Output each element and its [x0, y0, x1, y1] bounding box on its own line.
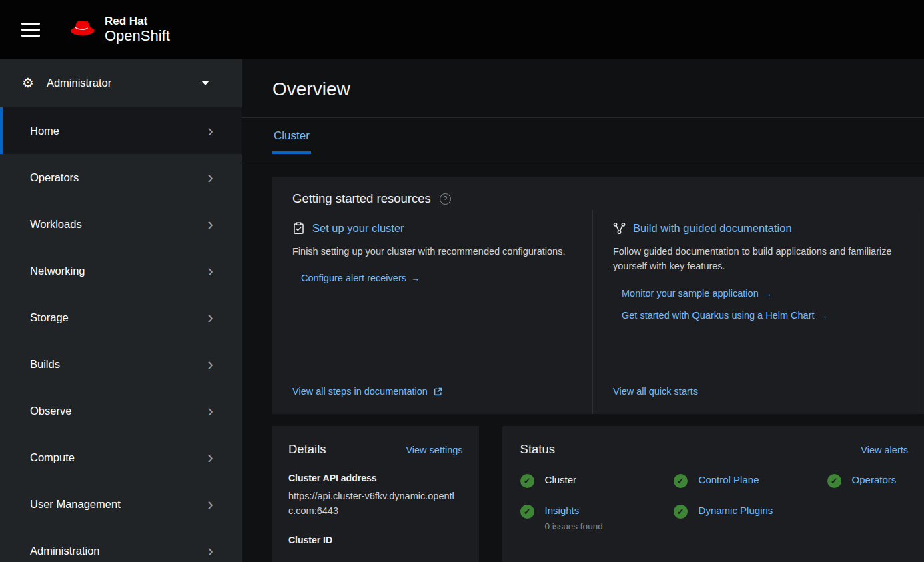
setup-cluster-link[interactable]: Set up your cluster: [312, 222, 404, 235]
redhat-fedora-icon: [68, 18, 97, 41]
check-circle-icon: ✓: [674, 505, 688, 519]
guided-documentation-section: Build with guided documentation Follow g…: [592, 210, 923, 414]
page-title: Overview: [272, 79, 924, 100]
cluster-api-address-label: Cluster API address: [288, 473, 463, 483]
nav-toggle-button[interactable]: [17, 19, 44, 41]
external-link-icon: [434, 387, 442, 396]
sidebar-item-observe[interactable]: Observe ›: [0, 387, 242, 434]
details-title: Details: [288, 442, 326, 457]
caret-down-icon: [201, 81, 209, 85]
dynamic-plugins-link[interactable]: Dynamic Plugins: [699, 505, 773, 516]
check-circle-icon: ✓: [674, 474, 688, 488]
monitor-sample-app-link[interactable]: Monitor your sample application→: [622, 288, 772, 299]
masthead: Red Hat OpenShift: [0, 0, 924, 59]
sidebar-item-compute[interactable]: Compute ›: [0, 434, 242, 481]
main-content: Overview Cluster Getting started resourc…: [242, 59, 924, 562]
sidebar: ⚙ Administrator Home › Operators › Workl…: [0, 59, 242, 562]
insights-link[interactable]: Insights: [545, 505, 580, 516]
help-icon[interactable]: ?: [440, 193, 451, 205]
getting-started-title: Getting started resources: [292, 191, 431, 206]
arrow-right-icon: →: [819, 311, 828, 321]
view-all-quick-starts-link[interactable]: View all quick starts: [613, 386, 698, 397]
sidebar-item-user-management[interactable]: User Management ›: [0, 481, 242, 527]
check-circle-icon: ✓: [520, 505, 534, 519]
tab-cluster[interactable]: Cluster: [272, 129, 311, 154]
configure-alert-receivers-link[interactable]: Configure alert receivers→: [301, 273, 420, 283]
sidebar-item-networking[interactable]: Networking ›: [0, 247, 242, 294]
perspective-switcher[interactable]: ⚙ Administrator: [0, 59, 242, 107]
guided-documentation-link[interactable]: Build with guided documentation: [633, 222, 792, 235]
chevron-right-icon: ›: [207, 124, 213, 138]
arrow-right-icon: →: [763, 289, 772, 299]
status-item-dynamic-plugins: ✓ Dynamic Plugins: [674, 505, 827, 531]
details-card: Details View settings Cluster API addres…: [272, 426, 479, 562]
status-item-control-plane: ✓ Control Plane: [674, 474, 827, 488]
sidebar-item-operators[interactable]: Operators ›: [0, 154, 242, 201]
cluster-id-label: Cluster ID: [288, 535, 463, 545]
status-item-operators: ✓ Operators: [827, 474, 908, 488]
overview-tabs: Cluster: [242, 118, 924, 163]
guided-documentation-description: Follow guided documentation to build app…: [613, 244, 903, 274]
page-header: Overview: [242, 59, 924, 118]
status-title: Status: [520, 442, 555, 457]
chevron-right-icon: ›: [207, 544, 213, 558]
arrow-right-icon: →: [411, 273, 420, 283]
brand-redhat-text: Red Hat: [105, 15, 170, 28]
perspective-label: Administrator: [47, 77, 111, 89]
gear-icon: ⚙: [22, 75, 34, 91]
insights-issues-count: 0 issues found: [545, 521, 603, 531]
status-card: Status View alerts ✓ Cluster ✓ Control P…: [502, 426, 924, 562]
chevron-right-icon: ›: [207, 451, 213, 465]
chevron-right-icon: ›: [207, 217, 213, 231]
view-settings-link[interactable]: View settings: [406, 445, 462, 455]
getting-started-card: Getting started resources ? Set up your …: [272, 177, 924, 414]
check-circle-icon: ✓: [520, 474, 534, 488]
brand-openshift-text: OpenShift: [105, 27, 170, 44]
chevron-right-icon: ›: [207, 404, 213, 418]
hamburger-icon: [21, 23, 40, 25]
chevron-right-icon: ›: [207, 497, 213, 511]
control-plane-link[interactable]: Control Plane: [699, 474, 759, 485]
sidebar-item-home[interactable]: Home ›: [0, 107, 242, 154]
redhat-openshift-logo: Red Hat OpenShift: [68, 15, 170, 45]
operators-link[interactable]: Operators: [852, 474, 897, 485]
check-circle-icon: ✓: [827, 474, 841, 488]
quarkus-helm-chart-link[interactable]: Get started with Quarkus using a Helm Ch…: [622, 310, 828, 321]
view-all-steps-link[interactable]: View all steps in documentation: [292, 386, 428, 397]
sidebar-item-workloads[interactable]: Workloads ›: [0, 201, 242, 247]
sidebar-item-storage[interactable]: Storage ›: [0, 294, 242, 341]
chevron-right-icon: ›: [207, 171, 213, 185]
sidebar-item-administration[interactable]: Administration ›: [0, 527, 242, 562]
setup-cluster-description: Finish setting up your cluster with reco…: [292, 244, 572, 259]
chevron-right-icon: ›: [207, 311, 213, 325]
guided-route-icon: [613, 222, 626, 235]
cluster-api-address-value: https://api.cluster-v6fkv.dynamic.opentl…: [288, 489, 462, 519]
setup-cluster-section: Set up your cluster Finish setting up yo…: [272, 210, 592, 414]
chevron-right-icon: ›: [207, 357, 213, 371]
view-alerts-link[interactable]: View alerts: [861, 445, 908, 455]
status-item-insights: ✓ Insights 0 issues found: [520, 505, 674, 531]
chevron-right-icon: ›: [207, 264, 213, 278]
sidebar-item-builds[interactable]: Builds ›: [0, 341, 242, 387]
status-item-cluster: ✓ Cluster: [520, 474, 674, 488]
checklist-icon: [292, 222, 305, 235]
